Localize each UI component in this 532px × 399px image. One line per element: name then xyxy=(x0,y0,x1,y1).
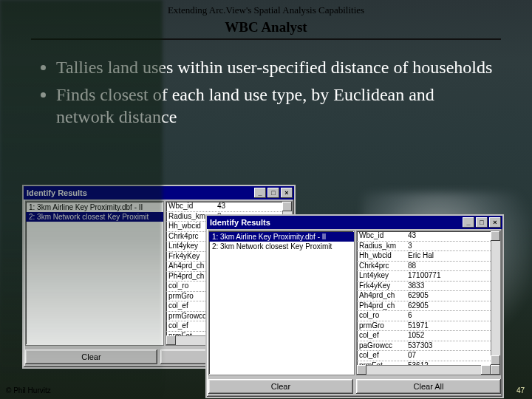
attr-key: Hh_wbcid xyxy=(357,251,406,261)
list-item[interactable]: 2: 3km Network closest Key Proximit xyxy=(209,242,354,251)
slide: Extending Arc.View's Spatial Analysis Ca… xyxy=(0,0,532,399)
attr-key: col_ef xyxy=(357,331,406,341)
table-row[interactable]: col_ro6 xyxy=(357,311,491,321)
clear-button[interactable]: Clear xyxy=(208,379,353,394)
attr-key: Chrk4prc xyxy=(357,262,406,271)
table-row[interactable]: prmGro51971 xyxy=(357,321,491,332)
attr-value: 3833 xyxy=(406,282,491,291)
attr-key: Radius_km xyxy=(357,242,406,251)
attr-key: Wbc_id xyxy=(357,231,406,241)
attr-key: Frk4yKey xyxy=(357,282,406,291)
feature-list[interactable]: 1: 3km Airline Key Proximity.dbf - II 2:… xyxy=(25,201,164,346)
attr-value: 88 xyxy=(406,262,491,271)
window-title: Identify Results xyxy=(27,188,87,197)
close-icon[interactable]: × xyxy=(489,217,501,228)
attr-value: 537303 xyxy=(406,341,491,351)
attr-value: 43 xyxy=(215,202,282,211)
resize-grip-icon[interactable] xyxy=(491,365,500,375)
table-row[interactable]: Hh_wbcidEric Hal xyxy=(357,251,491,262)
supertitle: Extending Arc.View's Spatial Analysis Ca… xyxy=(0,4,532,16)
attr-value: 1052 xyxy=(406,331,491,341)
titlebar[interactable]: Identify Results _ □ × xyxy=(207,216,502,229)
maximize-icon[interactable]: □ xyxy=(476,217,488,228)
table-row[interactable]: Frk4yKey3833 xyxy=(357,282,491,292)
attr-key: col_ro xyxy=(357,311,406,321)
slide-title: WBC Analyst xyxy=(0,19,532,35)
attr-key: prmGro xyxy=(357,321,406,331)
close-icon[interactable]: × xyxy=(281,188,293,198)
titlebar[interactable]: Identify Results _ □ × xyxy=(24,186,294,200)
slide-header: Extending Arc.View's Spatial Analysis Ca… xyxy=(0,0,532,35)
bullet-item: Finds closest of each land use type, by … xyxy=(56,83,494,129)
clear-button[interactable]: Clear xyxy=(25,349,157,364)
attr-key: Wbc_id xyxy=(166,202,215,211)
table-row[interactable]: col_ef1052 xyxy=(357,331,491,341)
maximize-icon[interactable]: □ xyxy=(267,188,279,198)
attr-key: col_ef xyxy=(357,351,406,361)
list-item[interactable]: 2: 3km Network closest Key Proximit xyxy=(26,212,163,222)
window-title: Identify Results xyxy=(210,218,270,227)
clear-all-button[interactable]: Clear All xyxy=(356,379,501,394)
table-row[interactable]: Ph4prd_ch62905 xyxy=(357,301,491,312)
table-row[interactable]: Chrk4prc88 xyxy=(357,262,491,272)
scrollbar-horizontal[interactable] xyxy=(357,365,500,375)
attribute-table[interactable]: Wbc_id43Radius_km3Hh_wbcidEric HalChrk4p… xyxy=(356,231,501,375)
table-row[interactable]: Lnt4ykey17100771 xyxy=(357,271,491,282)
table-row[interactable]: Ah4prd_ch62905 xyxy=(357,291,491,301)
attr-value: 51971 xyxy=(406,321,491,331)
attr-value: 43 xyxy=(406,231,491,241)
table-row[interactable]: Radius_km3 xyxy=(357,242,491,252)
scrollbar-vertical[interactable] xyxy=(491,231,500,365)
footer-credit: © Phil Hurvitz xyxy=(6,386,51,395)
attr-key: Ah4prd_ch xyxy=(357,291,406,301)
table-row[interactable]: Wbc_id43 xyxy=(166,202,282,212)
minimize-icon[interactable]: _ xyxy=(463,217,474,228)
attr-key: Lnt4ykey xyxy=(357,271,406,281)
feature-list[interactable]: 1: 3km Airline Key Proximity.dbf - II 2:… xyxy=(208,231,355,375)
attr-key: Ph4prd_ch xyxy=(357,301,406,311)
attr-key: paGrowcc xyxy=(357,341,406,351)
attr-value: 6 xyxy=(406,311,491,321)
table-row[interactable]: col_ef07 xyxy=(357,351,491,361)
list-item[interactable]: 1: 3km Airline Key Proximity.dbf - II xyxy=(209,232,354,242)
attr-value: 07 xyxy=(406,351,491,361)
attr-value: 17100771 xyxy=(406,271,491,281)
list-item[interactable]: 1: 3km Airline Key Proximity.dbf - II xyxy=(26,202,163,212)
attr-value: 62905 xyxy=(406,291,491,301)
identify-results-window[interactable]: Identify Results _ □ × 1: 3km Airline Ke… xyxy=(205,214,504,398)
attr-value: 3 xyxy=(406,242,491,251)
table-row[interactable]: Wbc_id43 xyxy=(357,231,491,242)
bullet-list: Tallies land uses within user-specified … xyxy=(0,40,532,129)
attr-value: 62905 xyxy=(406,301,491,311)
minimize-icon[interactable]: _ xyxy=(254,188,266,198)
page-number: 47 xyxy=(516,386,525,395)
table-row[interactable]: paGrowcc537303 xyxy=(357,341,491,352)
attr-value: Eric Hal xyxy=(406,251,491,261)
bullet-item: Tallies land uses within user-specified … xyxy=(56,56,494,79)
